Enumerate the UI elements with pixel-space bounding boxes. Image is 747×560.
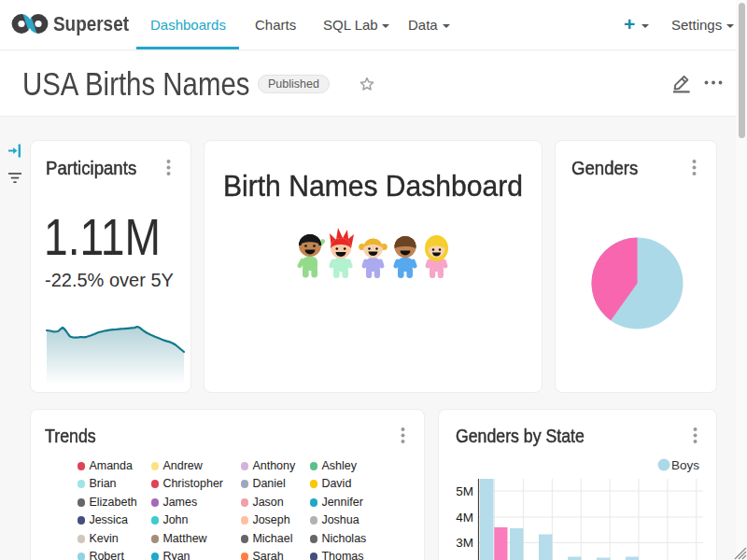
svg-text:Boys: Boys	[671, 458, 699, 472]
svg-text:3M: 3M	[456, 536, 473, 550]
svg-text:4M: 4M	[456, 511, 473, 525]
svg-text:5M: 5M	[456, 484, 473, 498]
